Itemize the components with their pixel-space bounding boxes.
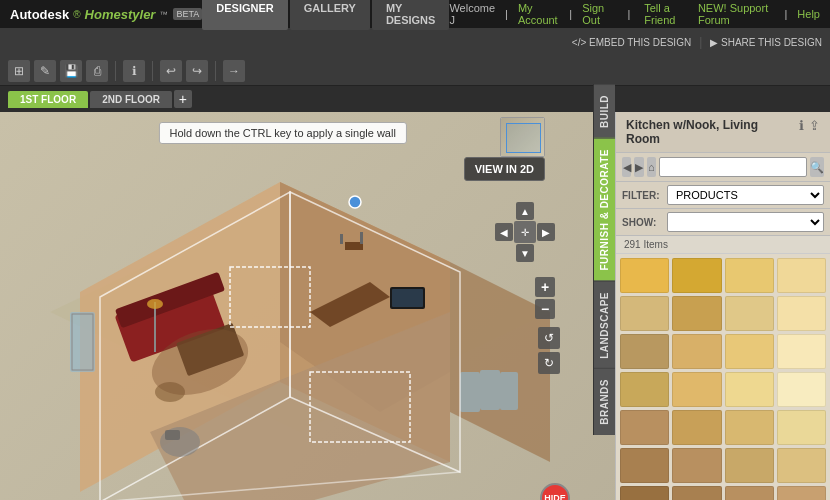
panel-share-icon[interactable]: ⇪ [809, 118, 820, 133]
separator: | [505, 8, 508, 20]
color-swatch[interactable] [672, 448, 721, 483]
panel-tab-furnish[interactable]: FURNISH & DECORATE [594, 138, 615, 281]
toolbar-undo-icon[interactable]: ↩ [160, 60, 182, 82]
color-swatch[interactable] [620, 410, 669, 445]
support-forum-link[interactable]: NEW! Support Forum [698, 2, 775, 26]
toolbar-print-icon[interactable]: ⎙ [86, 60, 108, 82]
show-select[interactable]: All Recent [667, 212, 824, 232]
color-swatch[interactable] [725, 258, 774, 293]
add-floor-button[interactable]: + [174, 90, 192, 108]
item-count-row: 291 Items [616, 236, 830, 254]
color-swatch[interactable] [777, 448, 826, 483]
autodesk-logo: Autodesk [10, 7, 69, 22]
panel-icons: ℹ ⇪ [799, 118, 820, 133]
svg-rect-27 [340, 234, 343, 244]
toolbar-save-icon[interactable]: 💾 [60, 60, 82, 82]
nav-left-button[interactable]: ◀ [495, 223, 513, 241]
color-swatch[interactable] [672, 486, 721, 500]
color-swatch[interactable] [620, 486, 669, 500]
separator4: | [785, 8, 788, 20]
svg-rect-28 [360, 232, 363, 244]
back-button[interactable]: ◀ [622, 157, 631, 177]
zoom-out-button[interactable]: − [535, 299, 555, 319]
toolbar-redo-icon[interactable]: ↪ [186, 60, 208, 82]
color-swatch[interactable] [725, 448, 774, 483]
embed-bar: </> EMBED THIS DESIGN | ▶ SHARE THIS DES… [0, 28, 830, 56]
floor-tab-2nd[interactable]: 2ND FLOOR [90, 91, 172, 108]
color-swatch[interactable] [620, 448, 669, 483]
color-swatch[interactable] [672, 410, 721, 445]
panel-tab-build[interactable]: BUILD [594, 84, 615, 138]
toolbar-draw-icon[interactable]: ⊞ [8, 60, 30, 82]
color-swatch[interactable] [725, 486, 774, 500]
nav-center-button[interactable]: ✛ [514, 221, 536, 243]
svg-rect-31 [165, 430, 180, 440]
color-swatch[interactable] [620, 296, 669, 331]
panel-tab-brands[interactable]: BRANDS [594, 368, 615, 435]
color-swatch[interactable] [725, 334, 774, 369]
panel-info-icon[interactable]: ℹ [799, 118, 804, 133]
main-area: Hold down the CTRL key to apply a single… [0, 112, 830, 500]
embed-design-button[interactable]: </> EMBED THIS DESIGN [572, 37, 691, 48]
svg-rect-11 [392, 289, 423, 307]
search-button[interactable]: 🔍 [810, 157, 824, 177]
toolbar-separator [115, 61, 116, 81]
color-swatch[interactable] [725, 296, 774, 331]
forward-button[interactable]: ▶ [634, 157, 643, 177]
nav-up-button[interactable]: ▲ [516, 202, 534, 220]
color-swatch[interactable] [620, 258, 669, 293]
color-swatch[interactable] [672, 296, 721, 331]
view-2d-button[interactable]: VIEW IN 2D [464, 157, 545, 181]
zoom-in-button[interactable]: + [535, 277, 555, 297]
nav-down-button[interactable]: ▼ [516, 244, 534, 262]
tab-designer[interactable]: DESIGNER [202, 0, 287, 30]
svg-rect-17 [500, 372, 518, 410]
canvas-area[interactable]: Hold down the CTRL key to apply a single… [0, 112, 615, 500]
toolbar-info-icon[interactable]: ℹ [123, 60, 145, 82]
toolbar: ⊞ ✎ 💾 ⎙ ℹ ↩ ↪ → [0, 56, 830, 86]
help-link[interactable]: Help [797, 8, 820, 20]
toolbar-forward-icon[interactable]: → [223, 60, 245, 82]
nav-right-button[interactable]: ▶ [537, 223, 555, 241]
rotate-cw-button[interactable]: ↻ [538, 352, 560, 374]
color-swatch[interactable] [777, 296, 826, 331]
welcome-text: Welcome J [449, 2, 495, 26]
panel-header: Kitchen w/Nook, Living Room ℹ ⇪ [616, 112, 830, 153]
color-swatch[interactable] [777, 486, 826, 500]
panel-search-row: ◀ ▶ ⌂ 🔍 [616, 153, 830, 182]
share-design-button[interactable]: ▶ SHARE THIS DESIGN [710, 37, 822, 48]
color-swatch[interactable] [620, 334, 669, 369]
color-swatch[interactable] [777, 410, 826, 445]
panel-tabs: BUILD FURNISH & DECORATE LANDSCAPE BRAND… [593, 84, 615, 435]
search-input[interactable] [659, 157, 807, 177]
filter-select[interactable]: PRODUCTS BRANDS COLORS [667, 185, 824, 205]
rotate-ccw-button[interactable]: ↺ [538, 327, 560, 349]
my-account-link[interactable]: My Account [518, 2, 559, 26]
tab-gallery[interactable]: GALLERY [290, 0, 370, 30]
sign-out-link[interactable]: Sign Out [582, 2, 613, 26]
color-swatch[interactable] [725, 372, 774, 407]
separator3: | [627, 8, 630, 20]
color-swatch[interactable] [725, 410, 774, 445]
beta-badge: BETA [173, 8, 202, 20]
color-swatch[interactable] [777, 334, 826, 369]
color-swatch[interactable] [620, 372, 669, 407]
floor-tab-1st[interactable]: 1ST FLOOR [8, 91, 88, 108]
color-swatch[interactable] [672, 372, 721, 407]
svg-rect-13 [70, 312, 95, 372]
svg-rect-15 [460, 372, 480, 412]
tell-a-friend-link[interactable]: Tell a Friend [644, 2, 688, 26]
color-swatch[interactable] [777, 258, 826, 293]
top-navigation: Autodesk ® Homestyler ™ BETA DESIGNER GA… [0, 0, 830, 28]
color-swatch[interactable] [672, 258, 721, 293]
home-button[interactable]: ⌂ [647, 157, 656, 177]
color-swatch[interactable] [777, 372, 826, 407]
rotate-controls: ↺ ↻ [538, 327, 560, 374]
toolbar-edit-icon[interactable]: ✎ [34, 60, 56, 82]
color-swatch[interactable] [672, 334, 721, 369]
panel-tab-landscape[interactable]: LANDSCAPE [594, 281, 615, 369]
minimap-inner [501, 118, 544, 156]
tab-my-designs[interactable]: MY DESIGNS [372, 0, 450, 30]
minimap[interactable] [500, 117, 545, 157]
panel-title: Kitchen w/Nook, Living Room [626, 118, 758, 146]
